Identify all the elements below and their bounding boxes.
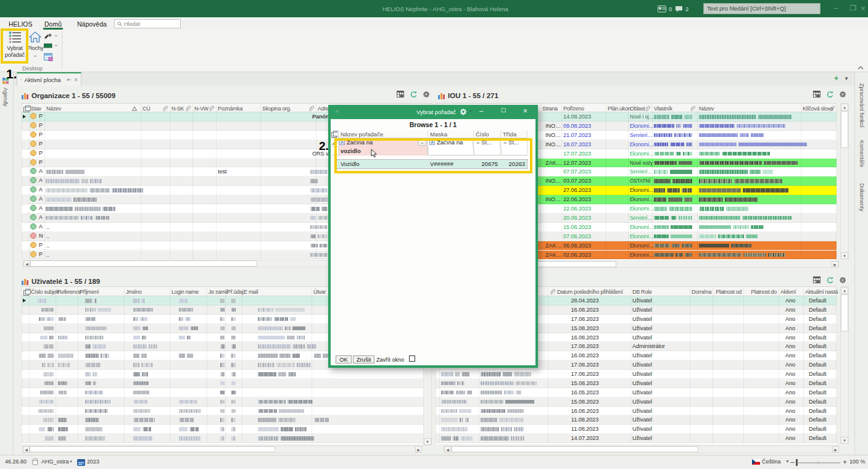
table-row[interactable]: 11.08.2023UživatelAnoDefault xyxy=(436,415,837,425)
scroll-up-icon[interactable]: ▲ xyxy=(841,287,848,294)
border-color-button[interactable]: ⌄ xyxy=(44,43,52,49)
messages-badge[interactable]: 2 xyxy=(675,4,688,13)
scroll-thumb[interactable] xyxy=(30,260,257,267)
dialog-column-header-cislo[interactable]: Číslo xyxy=(476,131,499,138)
chevron-down-icon[interactable]: ▼ xyxy=(69,460,73,463)
scroll-thumb[interactable] xyxy=(841,294,848,331)
dialog-close-icon[interactable]: × xyxy=(523,107,527,115)
table-row[interactable] xyxy=(22,434,432,443)
prihlaseni-hscrollbar[interactable]: ◀▶ xyxy=(444,446,839,453)
column-header-plod[interactable]: Platnost od xyxy=(714,289,742,295)
column-header-je[interactable]: Je zamě xyxy=(209,289,223,295)
table-row[interactable] xyxy=(22,407,432,416)
column-header-porizeno[interactable]: Pořízeno xyxy=(563,106,604,112)
column-header-skup[interactable]: Skupina org. xyxy=(262,106,307,112)
gear-icon[interactable] xyxy=(839,276,846,284)
column-header-nazev[interactable]: Název xyxy=(46,106,139,112)
new-tab-icon[interactable]: + xyxy=(834,75,838,82)
column-header-nsk[interactable]: N-SK xyxy=(172,106,183,112)
quick-style-button[interactable]: ⌄ xyxy=(44,33,52,40)
dialog-column-header-trida[interactable]: Třída xyxy=(503,131,526,138)
scroll-down-icon[interactable]: ▼ xyxy=(424,438,431,445)
dialog-minimize-icon[interactable]: – xyxy=(479,107,483,114)
table-row[interactable]: 11.08.2023UživatelAnoDefault xyxy=(436,425,837,434)
refresh-icon[interactable] xyxy=(826,91,833,98)
notifications-badge[interactable]: 0 xyxy=(658,4,672,13)
minimize-button[interactable]: – xyxy=(830,4,841,14)
column-header-pozn[interactable]: Poznámka xyxy=(218,106,258,112)
table-row[interactable] xyxy=(22,415,432,425)
menu-item-1[interactable]: HELIOS xyxy=(9,20,33,28)
scroll-thumb[interactable] xyxy=(30,446,275,452)
scroll-up-icon[interactable]: ▲ xyxy=(841,104,848,110)
table-row[interactable]: 16.08.2023UživatelAnoDefault xyxy=(436,407,837,416)
surfaces-button[interactable]: Plochy ⌄ xyxy=(27,31,43,65)
table-row[interactable]: 17.08.2023UživatelAnoDefault xyxy=(436,370,837,379)
global-search-input[interactable]: Text pro hledání [Ctrl+Shift+Q] xyxy=(703,3,820,14)
table-view-icon[interactable] xyxy=(397,91,404,98)
chevron-down-icon[interactable]: ⌄ xyxy=(469,107,473,113)
menu-item-2[interactable]: Domů xyxy=(44,20,62,28)
column-header-role[interactable]: DB Role xyxy=(632,289,688,295)
column-header-planukon[interactable]: Plán.ukon xyxy=(608,106,626,112)
refresh-icon[interactable] xyxy=(410,91,417,98)
column-header-cislo[interactable]: Číslo subjek xyxy=(31,289,54,295)
refresh-icon[interactable] xyxy=(826,276,833,283)
column-header-email[interactable]: E mail xyxy=(244,289,310,295)
scroll-right-icon[interactable]: ▶ xyxy=(832,261,838,267)
column-header-login[interactable]: Login name xyxy=(172,289,205,295)
column-header-stav[interactable]: Stav xyxy=(31,106,43,112)
scroll-left-icon[interactable]: ◀ xyxy=(23,446,30,452)
window-layout-button[interactable] xyxy=(44,53,53,62)
ribbon-search[interactable]: Hledat xyxy=(114,19,181,28)
scroll-right-icon[interactable]: ▶ xyxy=(415,446,422,452)
column-header-klic[interactable]: Klíčová slova xyxy=(803,106,827,112)
close-tab-icon[interactable]: × xyxy=(74,77,78,83)
column-header-jmeno[interactable]: Jméno xyxy=(126,289,168,295)
table-row[interactable]: 15.08.2023UživatelAnoDefault xyxy=(436,379,837,388)
dialog-column-header-nazev[interactable]: Název pořadače xyxy=(341,131,426,138)
chevron-down-icon[interactable]: ▼ xyxy=(785,459,790,463)
table-view-icon[interactable] xyxy=(813,91,820,98)
dialog-column-header-maska[interactable]: Maska xyxy=(430,131,472,138)
prihlaseni-vscrollbar[interactable]: ▲▼ xyxy=(840,286,849,444)
gear-icon[interactable] xyxy=(460,108,467,115)
scroll-thumb[interactable] xyxy=(452,446,698,452)
zoom-in-icon[interactable]: + xyxy=(843,458,847,467)
zoom-slider-thumb[interactable] xyxy=(796,459,798,466)
menu-item-3[interactable]: Nápověda xyxy=(77,20,107,28)
dialog-maximize-icon[interactable]: ☐ xyxy=(501,107,506,114)
scroll-left-icon[interactable]: ◀ xyxy=(444,446,451,452)
table-row[interactable]: 16.05.2023UživatelAnoDefault xyxy=(436,388,837,397)
collapse-ribbon-icon[interactable] xyxy=(858,66,864,70)
table-row[interactable]: 14.07.2023UživatelAnoDefault xyxy=(436,434,837,443)
zoom-out-icon[interactable]: – xyxy=(790,458,795,467)
column-header-pr[interactable]: Př.údaj xyxy=(227,289,240,295)
column-header-aktivni[interactable]: Aktivní xyxy=(780,289,801,295)
column-header-cu[interactable]: CÚ xyxy=(143,106,160,112)
column-header-datum[interactable]: Datum posledního přihlášení xyxy=(557,289,636,295)
pin-tab-icon[interactable]: ⇤ xyxy=(67,77,72,83)
column-header-nast[interactable]: Aktuální nastá xyxy=(805,289,835,295)
scroll-left-icon[interactable]: ◀ xyxy=(23,260,30,267)
scroll-right-icon[interactable]: ▶ xyxy=(832,446,839,452)
scroll-thumb[interactable] xyxy=(841,111,848,148)
zoom-slider[interactable] xyxy=(798,462,840,463)
column-header-ref[interactable]: Reference xyxy=(57,289,76,295)
scroll-down-icon[interactable]: ▼ xyxy=(841,252,848,259)
column-header-nvw[interactable]: N-VW xyxy=(194,106,207,112)
table-row[interactable] xyxy=(22,388,432,397)
cancel-button[interactable]: Zrušit xyxy=(353,355,374,363)
gear-icon[interactable] xyxy=(839,91,846,98)
table-row[interactable] xyxy=(22,397,432,407)
uzivatele-hscrollbar[interactable]: ◀▶ xyxy=(22,446,422,453)
close-button[interactable]: × xyxy=(858,4,868,14)
ok-button[interactable]: OK xyxy=(336,355,352,363)
language-label[interactable]: Čeština xyxy=(762,459,781,465)
tab-list-icon[interactable]: ▼ xyxy=(844,76,849,81)
gear-icon[interactable] xyxy=(423,91,430,98)
table-row[interactable]: 15.08.2023UživatelAnoDefault xyxy=(436,397,837,407)
scroll-down-icon[interactable]: ▼ xyxy=(841,437,848,444)
column-header-pldo[interactable]: Platnost do xyxy=(745,289,777,295)
table-row[interactable] xyxy=(22,379,432,388)
